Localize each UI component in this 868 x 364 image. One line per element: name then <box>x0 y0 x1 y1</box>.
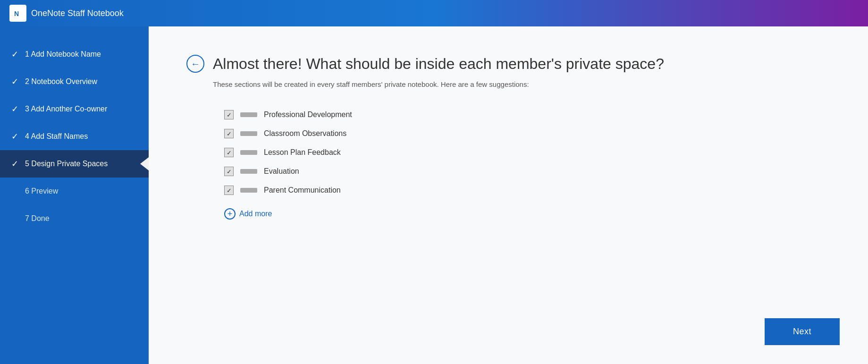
step7-label: 7 Done <box>25 214 50 223</box>
section-icon-3 <box>240 150 257 155</box>
checkbox-5[interactable] <box>224 186 234 195</box>
logo-container: N OneNote Staff Notebook <box>9 5 124 22</box>
sidebar-item-step3[interactable]: ✓ 3 Add Another Co-owner <box>0 95 149 123</box>
checklist-item-5: Parent Communication <box>224 186 830 195</box>
back-arrow-icon: ← <box>191 59 200 69</box>
checkbox-3[interactable] <box>224 148 234 157</box>
checkbox-2[interactable] <box>224 129 234 138</box>
checkbox-1[interactable] <box>224 110 234 119</box>
onenote-logo-icon: N <box>9 5 26 22</box>
sidebar: ✓ 1 Add Notebook Name ✓ 2 Notebook Overv… <box>0 26 149 364</box>
section-icon-2 <box>240 131 257 136</box>
checklist-item-2: Classroom Observations <box>224 129 830 138</box>
sidebar-item-step7[interactable]: ✓ 7 Done <box>0 205 149 232</box>
content-area: ← Almost there! What should be inside ea… <box>149 26 868 364</box>
sidebar-item-step2[interactable]: ✓ 2 Notebook Overview <box>0 68 149 95</box>
step2-label: 2 Notebook Overview <box>25 77 97 86</box>
step4-label: 4 Add Staff Names <box>25 132 88 141</box>
checklist-item-3: Lesson Plan Feedback <box>224 148 830 157</box>
sidebar-item-step1[interactable]: ✓ 1 Add Notebook Name <box>0 41 149 68</box>
step6-label: 6 Preview <box>25 187 58 195</box>
add-more-icon: + <box>224 208 236 220</box>
check-icon-step2: ✓ <box>11 76 18 87</box>
check-icon-step4: ✓ <box>11 131 18 142</box>
section-icon-1 <box>240 112 257 117</box>
step1-label: 1 Add Notebook Name <box>25 50 101 59</box>
check-icon-step3: ✓ <box>11 104 18 114</box>
sidebar-item-step5[interactable]: ✓ 5 Design Private Spaces <box>0 150 149 178</box>
sidebar-item-step4[interactable]: ✓ 4 Add Staff Names <box>0 123 149 150</box>
check-icon-step1: ✓ <box>11 49 18 59</box>
main-layout: ✓ 1 Add Notebook Name ✓ 2 Notebook Overv… <box>0 26 868 364</box>
add-more-label: Add more <box>239 210 272 218</box>
item-label-1: Professional Development <box>264 110 352 119</box>
checkbox-4[interactable] <box>224 167 234 176</box>
item-label-3: Lesson Plan Feedback <box>264 148 341 157</box>
add-more-button[interactable]: + Add more <box>224 208 830 220</box>
step5-label: 5 Design Private Spaces <box>25 160 108 168</box>
page-title: Almost there! What should be inside each… <box>213 55 664 73</box>
item-label-5: Parent Communication <box>264 186 341 195</box>
back-button[interactable]: ← <box>186 55 204 73</box>
section-icon-4 <box>240 169 257 174</box>
item-label-4: Evaluation <box>264 167 299 176</box>
page-subtitle: These sections will be created in every … <box>213 80 830 88</box>
section-icon-5 <box>240 188 257 193</box>
app-header: N OneNote Staff Notebook <box>0 0 868 26</box>
checklist-item-4: Evaluation <box>224 167 830 176</box>
app-title: OneNote Staff Notebook <box>31 8 124 18</box>
checklist-item-1: Professional Development <box>224 110 830 119</box>
checklist: Professional Development Classroom Obser… <box>224 110 830 195</box>
sidebar-item-step6[interactable]: ✓ 6 Preview <box>0 178 149 205</box>
check-icon-step5: ✓ <box>11 159 18 169</box>
svg-text:N: N <box>14 10 19 17</box>
step3-label: 3 Add Another Co-owner <box>25 105 107 113</box>
next-button[interactable]: Next <box>765 318 840 345</box>
item-label-2: Classroom Observations <box>264 129 346 138</box>
page-heading: ← Almost there! What should be inside ea… <box>186 55 830 73</box>
